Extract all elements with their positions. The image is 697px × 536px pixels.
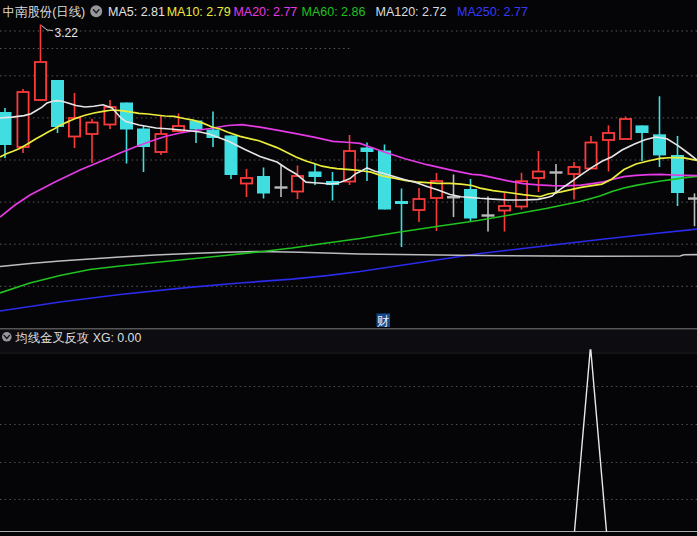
svg-text:3.22: 3.22 xyxy=(55,26,79,40)
svg-text:MA60: 2.86: MA60: 2.86 xyxy=(302,5,366,19)
svg-text:MA250: 2.77: MA250: 2.77 xyxy=(457,5,528,19)
svg-text:MA5: 2.81: MA5: 2.81 xyxy=(108,5,165,19)
svg-text:MA10: 2.79: MA10: 2.79 xyxy=(167,5,231,19)
svg-text:中南股份(日线): 中南股份(日线) xyxy=(3,5,86,19)
svg-text:财: 财 xyxy=(377,314,389,328)
svg-text:均线金叉反攻 XG: 0.00: 均线金叉反攻 XG: 0.00 xyxy=(15,331,142,345)
svg-text:MA120: 2.72: MA120: 2.72 xyxy=(376,5,447,19)
svg-text:MA20: 2.77: MA20: 2.77 xyxy=(233,5,297,19)
